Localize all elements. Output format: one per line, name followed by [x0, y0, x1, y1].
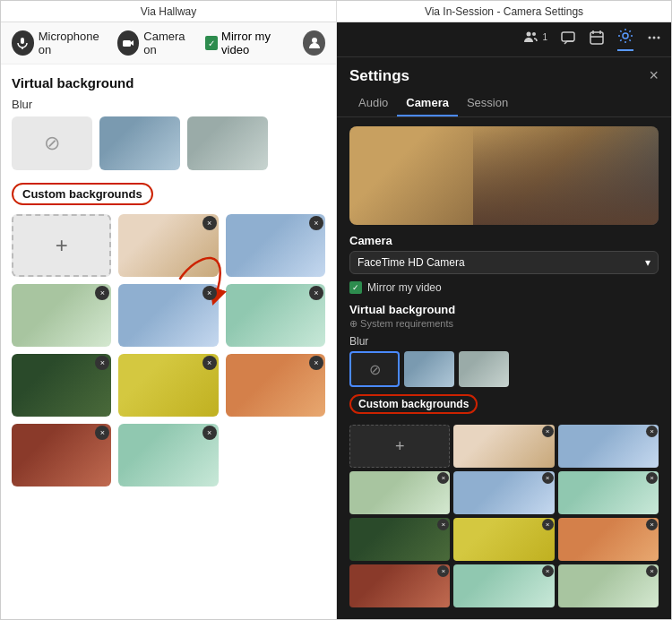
remove-bg-7[interactable]: × — [202, 356, 217, 370]
svg-point-14 — [653, 37, 656, 39]
tab-session[interactable]: Session — [458, 90, 517, 116]
right-custom-thumb-3[interactable]: × — [349, 471, 450, 514]
svg-point-4 — [312, 38, 317, 43]
none-icon: ⊘ — [44, 132, 60, 155]
remove-bg-4[interactable]: × — [202, 286, 217, 300]
right-add-bg-button[interactable]: + — [349, 425, 450, 468]
svg-rect-2 — [123, 40, 131, 47]
more-icon[interactable] — [646, 30, 662, 49]
schedule-icon[interactable] — [589, 30, 605, 49]
right-remove-4[interactable]: × — [542, 472, 554, 484]
custom-bg-thumb-8[interactable]: × — [226, 354, 325, 417]
custom-bg-thumb-10[interactable]: × — [118, 424, 218, 487]
sys-req-label[interactable]: ⊕ System requirements — [349, 318, 659, 330]
blur-none-thumb[interactable]: ⊘ — [12, 116, 92, 170]
blur-person2-thumb[interactable] — [187, 116, 268, 170]
right-custom-thumb-8[interactable]: × — [558, 518, 659, 561]
right-remove-5[interactable]: × — [646, 472, 658, 484]
right-remove-3[interactable]: × — [437, 472, 449, 484]
vbg-title: Virtual background — [12, 75, 325, 90]
custom-bg-thumb-1[interactable]: × — [118, 214, 218, 277]
right-custom-thumb-10[interactable]: × — [453, 564, 554, 607]
top-header: Via Hallway Via In-Session - Camera Sett… — [1, 1, 671, 22]
vbg-section: Virtual background Blur ⊘ Custom backgro… — [1, 65, 336, 506]
blur-person1-thumb[interactable] — [99, 116, 180, 170]
right-remove-6[interactable]: × — [437, 519, 449, 530]
vbg-right-title: Virtual background — [349, 303, 659, 316]
right-custom-thumb-7[interactable]: × — [453, 518, 554, 561]
tab-camera[interactable]: Camera — [397, 90, 458, 116]
participants-icon[interactable]: 1 — [522, 30, 547, 49]
blur-row: ⊘ — [12, 116, 325, 170]
right-blur-none[interactable]: ⊘ — [349, 351, 400, 387]
custom-bg-thumb-4[interactable]: × — [118, 284, 218, 347]
right-custom-thumb-2[interactable]: × — [558, 425, 659, 468]
right-remove-1[interactable]: × — [542, 426, 554, 437]
custom-bg-thumb-5[interactable]: × — [226, 284, 325, 347]
remove-bg-10[interactable]: × — [202, 426, 217, 440]
remove-bg-8[interactable]: × — [309, 356, 323, 370]
right-custom-thumb-9[interactable]: × — [349, 564, 450, 607]
custom-bg-thumb-3[interactable]: × — [12, 284, 111, 347]
right-remove-11[interactable]: × — [646, 565, 658, 577]
remove-bg-9[interactable]: × — [95, 426, 109, 440]
right-remove-7[interactable]: × — [542, 519, 554, 530]
camera-label: Camera on — [143, 30, 194, 56]
dropdown-chevron: ▾ — [645, 256, 650, 269]
header-left-label: Via Hallway — [1, 1, 337, 22]
camera-settings: Camera FaceTime HD Camera ▾ ✓ Mirror my … — [337, 234, 671, 607]
svg-point-5 — [526, 32, 530, 37]
mirror-label: Mirror my video — [221, 30, 292, 56]
mirror-label-right: Mirror my video — [367, 281, 442, 294]
main-content: Microphone on Camera on ✓ Mirror my vide… — [1, 22, 671, 619]
blur-label-right: Blur — [349, 335, 659, 348]
microphone-label: Microphone on — [39, 30, 107, 56]
tab-audio[interactable]: Audio — [349, 90, 397, 116]
right-none-icon: ⊘ — [369, 361, 381, 378]
left-panel-wrapper: Virtual background Blur ⊘ Custom backgro… — [1, 65, 336, 619]
right-remove-2[interactable]: × — [646, 426, 658, 437]
svg-point-12 — [623, 33, 628, 39]
remove-bg-3[interactable]: × — [95, 286, 109, 300]
right-custom-thumb-1[interactable]: × — [453, 425, 554, 468]
right-blur-person2[interactable] — [459, 351, 509, 387]
settings-panel: Settings × Audio Camera Session Camera F… — [337, 57, 671, 619]
right-custom-thumb-11[interactable]: × — [558, 564, 659, 607]
settings-tabs: Audio Camera Session — [337, 90, 671, 117]
settings-close-button[interactable]: × — [649, 66, 659, 85]
mirror-control[interactable]: ✓ Mirror my video — [205, 30, 292, 56]
right-topbar: 1 — [337, 22, 671, 57]
settings-icon[interactable] — [617, 28, 633, 51]
right-custom-thumb-6[interactable]: × — [349, 518, 450, 561]
camera-device-label: Camera — [349, 234, 659, 247]
right-custom-thumb-5[interactable]: × — [558, 471, 659, 514]
toolbar: Microphone on Camera on ✓ Mirror my vide… — [1, 22, 336, 65]
camera-dropdown[interactable]: FaceTime HD Camera ▾ — [349, 251, 659, 274]
custom-bg-thumb-2[interactable]: × — [226, 214, 325, 277]
blur-label: Blur — [12, 98, 325, 111]
avatar[interactable] — [303, 30, 325, 56]
camera-preview — [349, 126, 659, 225]
remove-bg-5[interactable]: × — [309, 286, 323, 300]
camera-control[interactable]: Camera on — [117, 30, 194, 56]
custom-bg-thumb-9[interactable]: × — [12, 424, 111, 487]
custom-bg-thumb-6[interactable]: × — [12, 354, 111, 417]
svg-point-6 — [532, 32, 536, 36]
header-right-label: Via In-Session - Camera Settings — [337, 1, 671, 22]
chat-icon[interactable] — [560, 30, 576, 49]
remove-bg-1[interactable]: × — [202, 216, 217, 230]
microphone-control[interactable]: Microphone on — [12, 30, 107, 56]
right-blur-person1[interactable] — [404, 351, 454, 387]
svg-marker-3 — [131, 40, 134, 46]
right-custom-thumb-4[interactable]: × — [453, 471, 554, 514]
add-custom-bg-button[interactable]: + — [12, 214, 111, 277]
mirror-right-control[interactable]: ✓ Mirror my video — [349, 281, 659, 294]
right-remove-8[interactable]: × — [646, 519, 658, 530]
right-remove-9[interactable]: × — [437, 565, 449, 577]
custom-bg-thumb-7[interactable]: × — [118, 354, 218, 417]
right-remove-10[interactable]: × — [542, 565, 554, 577]
remove-bg-6[interactable]: × — [95, 356, 109, 370]
blur-row-right: ⊘ — [349, 351, 659, 387]
remove-bg-2[interactable]: × — [309, 216, 323, 230]
camera-preview-person — [473, 126, 659, 225]
